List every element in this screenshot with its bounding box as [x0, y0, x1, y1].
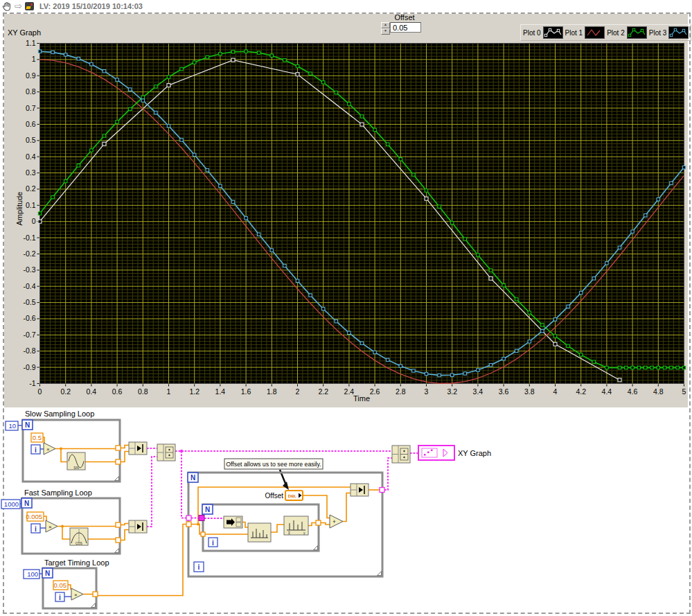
- svg-text:0.2: 0.2: [26, 184, 36, 193]
- svg-text:0.005: 0.005: [26, 513, 42, 520]
- svg-text:0.8: 0.8: [138, 387, 148, 396]
- svg-text:N: N: [45, 570, 50, 577]
- svg-text:3.2: 3.2: [447, 387, 457, 396]
- svg-text:-0.9: -0.9: [23, 363, 35, 371]
- loop-label: Target Timing Loop: [44, 558, 109, 567]
- svg-text:1.2: 1.2: [189, 387, 199, 396]
- svg-text:N: N: [25, 421, 30, 429]
- svg-text:4.2: 4.2: [576, 387, 586, 396]
- svg-text:1.1: 1.1: [26, 39, 36, 47]
- svg-text:×: ×: [74, 592, 78, 598]
- svg-text:i: i: [35, 446, 37, 454]
- svg-text:1.8: 1.8: [267, 387, 277, 396]
- svg-text:0.5: 0.5: [26, 136, 36, 144]
- sine-function-icon[interactable]: SIN: [67, 452, 85, 470]
- svg-text:i: i: [35, 525, 37, 533]
- loop-label: Fast Sampling Loop: [24, 489, 92, 497]
- svg-text:0.9: 0.9: [26, 71, 36, 80]
- svg-text:N: N: [190, 474, 195, 482]
- svg-text:N: N: [24, 500, 29, 507]
- svg-text:-0.5: -0.5: [23, 298, 35, 306]
- svg-text:2.6: 2.6: [370, 387, 380, 396]
- svg-text:SIN: SIN: [73, 466, 79, 470]
- svg-text:3.4: 3.4: [473, 387, 483, 396]
- ptbypt-function-icon-a[interactable]: [248, 523, 271, 542]
- svg-text:4.6: 4.6: [628, 387, 638, 396]
- block-diagram: Slow Sampling Loop 10 N 0.5 i × SIN Fast…: [0, 407, 692, 616]
- svg-text:-0.3: -0.3: [23, 265, 35, 274]
- svg-text:0.4: 0.4: [87, 387, 97, 396]
- svg-text:0.4: 0.4: [26, 152, 36, 161]
- svg-text:+: +: [332, 518, 336, 525]
- svg-text:COS: COS: [76, 542, 82, 545]
- svg-text:10: 10: [8, 422, 16, 430]
- xy-graph-terminal[interactable]: XY Graph: [418, 446, 491, 460]
- svg-text:0.6: 0.6: [112, 387, 123, 396]
- fast-sampling-loop[interactable]: Fast Sampling Loop 1000 N 0.005 i × COS: [1, 489, 121, 554]
- svg-text:5: 5: [682, 387, 686, 396]
- svg-text:1.4: 1.4: [215, 387, 226, 396]
- svg-text:4: 4: [553, 387, 558, 396]
- build-array-node-right[interactable]: [392, 446, 410, 463]
- free-label-comment[interactable]: Offset allows us to see more easily.: [224, 459, 323, 490]
- labview-snippet: ⇨ LV: 2019 15/10/2019 10:14:03 XY Graph …: [0, 0, 692, 616]
- svg-text:×: ×: [48, 524, 52, 530]
- target-timing-loop[interactable]: Target Timing Loop 100 N 0.05 i ×: [24, 558, 109, 608]
- svg-text:-0.4: -0.4: [23, 282, 35, 290]
- cosine-function-icon[interactable]: COS: [70, 528, 88, 545]
- svg-text:Σ: Σ: [288, 531, 290, 535]
- slow-sampling-loop[interactable]: Slow Sampling Loop 10 N 0.5 i × SIN: [6, 410, 121, 482]
- add-node[interactable]: +: [330, 515, 343, 528]
- svg-text:i: i: [212, 539, 214, 547]
- offset-terminal[interactable]: Offset DBL: [265, 491, 303, 500]
- svg-text:3.8: 3.8: [524, 387, 535, 396]
- svg-text:0.5: 0.5: [33, 434, 42, 441]
- numeric-wires: [43, 437, 380, 596]
- cluster-terminal: [199, 516, 204, 521]
- bundle-node-slow[interactable]: [129, 442, 147, 455]
- ptbypt-function-icon-b[interactable]: Σy: [284, 516, 308, 535]
- svg-text:1: 1: [167, 387, 171, 396]
- xy-graph[interactable]: 00.20.40.60.811.21.41.61.822.22.42.62.83…: [0, 0, 692, 407]
- svg-text:0.7: 0.7: [26, 104, 36, 112]
- x-axis-ticks: 00.20.40.60.811.21.41.61.822.22.42.62.83…: [38, 385, 686, 396]
- y-axis-ticks: 1.110.90.80.70.60.50.40.30.20.10-0.1-0.2…: [23, 39, 39, 387]
- loop-label: Slow Sampling Loop: [25, 410, 94, 418]
- svg-text:2.4: 2.4: [344, 387, 355, 396]
- svg-text:-0.7: -0.7: [23, 331, 35, 339]
- svg-text:0: 0: [38, 387, 42, 396]
- unbundle-node[interactable]: [224, 516, 242, 528]
- svg-text:-0.1: -0.1: [23, 234, 35, 242]
- inner-for-loop[interactable]: N i Σy: [199, 504, 321, 551]
- svg-text:0.2: 0.2: [60, 387, 71, 396]
- svg-text:DBL: DBL: [288, 494, 297, 498]
- build-array-node-left[interactable]: [157, 444, 175, 461]
- svg-text:N: N: [205, 506, 210, 513]
- svg-text:Offset allows us to see more e: Offset allows us to see more easily.: [226, 461, 321, 468]
- svg-text:-0.2: -0.2: [23, 249, 35, 258]
- svg-text:4.4: 4.4: [602, 387, 612, 396]
- svg-text:-0.6: -0.6: [23, 314, 35, 322]
- svg-text:0.3: 0.3: [26, 168, 36, 177]
- svg-text:0.1: 0.1: [26, 201, 36, 209]
- svg-text:4.8: 4.8: [653, 387, 664, 396]
- svg-text:0: 0: [32, 217, 36, 225]
- svg-text:1.6: 1.6: [241, 387, 251, 396]
- svg-text:1000: 1000: [4, 500, 19, 508]
- svg-text:0.6: 0.6: [26, 120, 36, 128]
- svg-text:0.8: 0.8: [26, 87, 36, 96]
- svg-text:2.8: 2.8: [396, 387, 406, 396]
- svg-text:1: 1: [32, 55, 36, 63]
- bundle-node-right[interactable]: [351, 484, 369, 496]
- svg-text:3.6: 3.6: [499, 387, 509, 396]
- svg-text:×: ×: [46, 446, 50, 452]
- svg-text:XY Graph: XY Graph: [458, 449, 491, 457]
- svg-text:i: i: [59, 594, 61, 601]
- svg-text:0.05: 0.05: [54, 581, 67, 589]
- svg-text:100: 100: [27, 570, 38, 578]
- svg-text:3: 3: [425, 387, 429, 396]
- svg-text:-0.8: -0.8: [23, 346, 35, 355]
- svg-text:2.2: 2.2: [318, 387, 328, 396]
- svg-text:2: 2: [296, 387, 300, 396]
- bundle-node-fast[interactable]: [129, 520, 147, 533]
